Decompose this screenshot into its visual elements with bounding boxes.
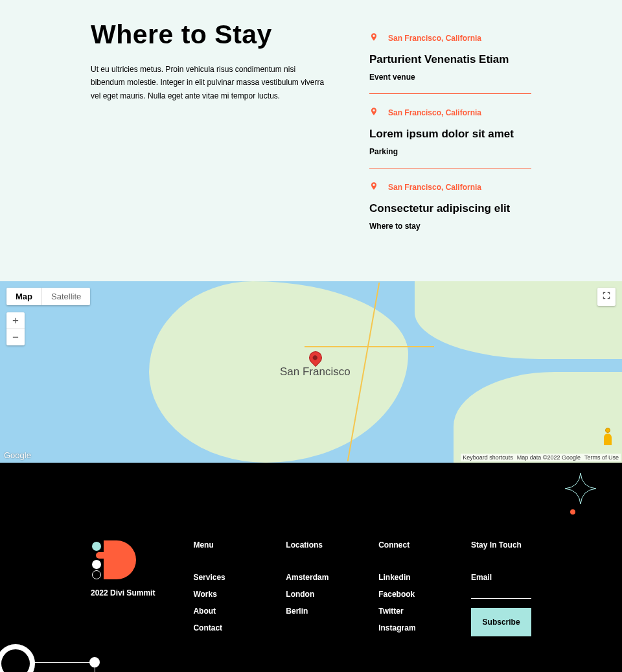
where-to-stay-section: Where to Stay Ut eu ultricies metus. Pro… bbox=[0, 0, 622, 281]
footer-link-instagram[interactable]: Instagram bbox=[378, 623, 439, 632]
page-footer: 2022 Divi Summit Menu Services Works Abo… bbox=[0, 463, 622, 672]
footer-locations: Locations Amsterdam London Berlin bbox=[286, 540, 346, 640]
map-pin-icon bbox=[369, 106, 378, 120]
subscribe-button[interactable]: Subscribe bbox=[471, 608, 531, 636]
footer-link-works[interactable]: Works bbox=[193, 590, 253, 599]
location-title: Parturient Venenatis Etiam bbox=[369, 53, 531, 66]
google-logo: Google bbox=[4, 450, 31, 460]
location-subtitle: Event venue bbox=[369, 73, 531, 82]
map-attribution: Keyboard shortcuts Map data ©2022 Google… bbox=[461, 454, 621, 461]
footer-connect-heading: Connect bbox=[378, 540, 439, 550]
footer-subscribe-heading: Stay In Touch bbox=[471, 540, 531, 550]
footer-locations-heading: Locations bbox=[286, 540, 346, 550]
attrib-shortcuts[interactable]: Keyboard shortcuts bbox=[463, 454, 513, 461]
fullscreen-button[interactable] bbox=[597, 288, 616, 306]
footer-link-linkedin[interactable]: Linkedin bbox=[378, 573, 439, 582]
location-city: San Francisco, California bbox=[388, 183, 481, 192]
location-item: San Francisco, California Consectetur ad… bbox=[369, 168, 531, 242]
map-type-satellite[interactable]: Satellite bbox=[41, 288, 90, 305]
map-pin-icon bbox=[369, 180, 378, 194]
location-title: Lorem ipsum dolor sit amet bbox=[369, 128, 531, 141]
pegman-icon[interactable] bbox=[600, 428, 616, 447]
footer-link-twitter[interactable]: Twitter bbox=[378, 607, 439, 616]
footer-link-facebook[interactable]: Facebook bbox=[378, 590, 439, 599]
email-label: Email bbox=[471, 573, 531, 582]
map-widget[interactable]: San Francisco Map Satellite + − Google K… bbox=[0, 281, 622, 463]
location-item: San Francisco, California Parturient Ven… bbox=[369, 19, 531, 93]
footer-subscribe: Stay In Touch Email Subscribe bbox=[471, 540, 531, 640]
footer-link-berlin[interactable]: Berlin bbox=[286, 607, 346, 616]
map-pin-icon bbox=[369, 31, 378, 45]
zoom-out-button[interactable]: − bbox=[6, 329, 25, 345]
section-heading: Where to Stay bbox=[91, 19, 330, 50]
footer-link-services[interactable]: Services bbox=[193, 573, 253, 582]
map-type-map[interactable]: Map bbox=[6, 288, 41, 305]
footer-brand: 2022 Divi Summit bbox=[91, 540, 161, 640]
zoom-in-button[interactable]: + bbox=[6, 312, 25, 329]
dot-decoration-icon bbox=[570, 509, 575, 515]
attrib-terms[interactable]: Terms of Use bbox=[584, 454, 619, 461]
footer-link-contact[interactable]: Contact bbox=[193, 623, 253, 632]
fullscreen-icon bbox=[602, 291, 611, 303]
location-city: San Francisco, California bbox=[388, 108, 481, 117]
section-description: Ut eu ultricies metus. Proin vehicula ri… bbox=[91, 63, 330, 102]
location-item: San Francisco, California Lorem ipsum do… bbox=[369, 93, 531, 168]
location-title: Consectetur adipiscing elit bbox=[369, 202, 531, 215]
footer-connect: Connect Linkedin Facebook Twitter Instag… bbox=[378, 540, 439, 640]
circles-decoration-icon bbox=[0, 653, 143, 672]
footer-menu: Menu Services Works About Contact bbox=[193, 540, 253, 640]
map-type-control: Map Satellite bbox=[6, 288, 90, 305]
footer-link-london[interactable]: London bbox=[286, 590, 346, 599]
location-subtitle: Parking bbox=[369, 147, 531, 156]
brand-logo-icon bbox=[91, 540, 136, 579]
locations-list: San Francisco, California Parturient Ven… bbox=[369, 19, 531, 242]
brand-text: 2022 Divi Summit bbox=[91, 588, 161, 597]
zoom-control: + − bbox=[6, 312, 25, 345]
location-city: San Francisco, California bbox=[388, 34, 481, 43]
map-center-label: San Francisco bbox=[280, 365, 351, 378]
footer-link-about[interactable]: About bbox=[193, 607, 253, 616]
email-field[interactable] bbox=[471, 586, 531, 599]
attrib-mapdata: Map data ©2022 Google bbox=[517, 454, 581, 461]
star-decoration-icon bbox=[565, 473, 596, 504]
footer-menu-heading: Menu bbox=[193, 540, 253, 550]
location-subtitle: Where to stay bbox=[369, 222, 531, 231]
footer-link-amsterdam[interactable]: Amsterdam bbox=[286, 573, 346, 582]
